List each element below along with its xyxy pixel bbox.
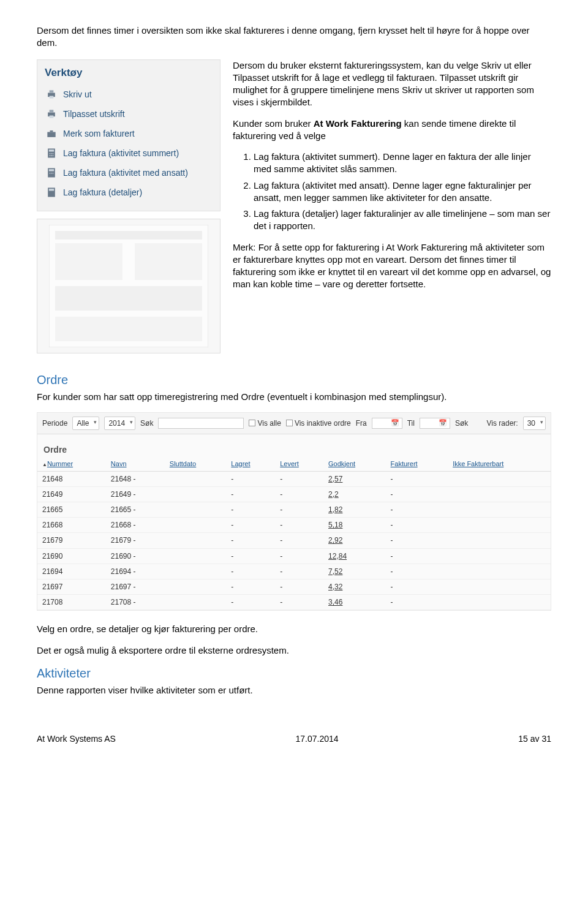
cell-levert: - [275, 579, 323, 594]
cell-navn: 21697 - [106, 579, 165, 594]
cell-fakturert: - [386, 548, 448, 564]
from-date-input[interactable]: 📅 [372, 418, 402, 429]
svg-rect-1 [50, 91, 54, 93]
svg-point-12 [53, 153, 54, 154]
tool-invoice-details[interactable]: Lag faktura (detaljer) [45, 183, 213, 202]
cell-fakturert: - [386, 486, 448, 502]
footer-center: 17.07.2014 [296, 733, 339, 745]
cell-ikke-fakturerbart [448, 579, 551, 594]
table-row[interactable]: 2170821708 ---3,46- [37, 595, 551, 610]
cell-nummer: 21665 [37, 502, 106, 517]
table-row[interactable]: 2164821648 ---2,57- [37, 471, 551, 486]
table-row[interactable]: 2166821668 ---5,18- [37, 518, 551, 533]
ordre-after-2: Det er også mulig å eksportere ordre til… [37, 644, 551, 657]
calculator-icon [45, 167, 58, 179]
col-godkjent[interactable]: Godkjent [323, 457, 386, 471]
list-item: Lag faktura (aktivitet summert). Denne l… [254, 151, 551, 176]
briefcase-icon [45, 127, 58, 140]
cell-ikke-fakturerbart [448, 564, 551, 579]
tool-invoice-employee[interactable]: Lag faktura (aktivitet med ansatt) [45, 163, 213, 183]
cell-nummer: 21694 [37, 564, 106, 579]
ordre-panel: Periode Alle 2014 Søk Vis alle Vis inakt… [37, 412, 551, 611]
periode-select[interactable]: Alle [72, 417, 99, 430]
svg-point-13 [50, 156, 51, 157]
show-all-checkbox[interactable]: Vis alle [249, 418, 281, 428]
cell-ikke-fakturerbart [448, 471, 551, 486]
footer-left: At Work Systems AS [37, 733, 116, 745]
table-row[interactable]: 2169721697 ---4,32- [37, 579, 551, 594]
cell-sluttdato [165, 502, 227, 517]
cell-fakturert: - [386, 564, 448, 579]
tool-mark-invoiced[interactable]: Merk som fakturert [45, 124, 213, 143]
list-item: Lag faktura (aktivitet med ansatt). Denn… [254, 179, 551, 205]
cell-lagret: - [226, 579, 275, 594]
cell-navn: 21665 - [106, 502, 165, 517]
cell-levert: - [275, 471, 323, 486]
paragraph-atwork-lead: Kunder som bruker At Work Fakturering ka… [233, 118, 551, 143]
svg-point-18 [50, 173, 51, 174]
cell-nummer: 21690 [37, 548, 106, 564]
svg-rect-9 [49, 150, 54, 152]
table-row[interactable]: 2169021690 ---12,84- [37, 548, 551, 564]
col-sluttdato[interactable]: Sluttdato [165, 457, 227, 471]
tool-invoice-summed[interactable]: Lag faktura (aktivitet summert) [45, 143, 213, 163]
cell-levert: - [275, 595, 323, 610]
search-input[interactable] [158, 418, 244, 429]
table-header-row: Nummer Navn Sluttdato Lagret Levert Godk… [37, 457, 551, 471]
table-row[interactable]: 2166521665 ---1,82- [37, 502, 551, 517]
cell-navn: 21708 - [106, 595, 165, 610]
cell-godkjent: 12,84 [323, 548, 386, 564]
col-lagret[interactable]: Lagret [226, 457, 275, 471]
til-label: Til [407, 418, 415, 428]
svg-rect-25 [55, 243, 123, 280]
cell-godkjent: 4,32 [323, 579, 386, 594]
col-fakturert[interactable]: Fakturert [386, 457, 448, 471]
cell-fakturert: - [386, 595, 448, 610]
show-inactive-checkbox[interactable]: Vis inaktive ordre [286, 418, 351, 428]
table-row[interactable]: 2167921679 ---2,92- [37, 533, 551, 548]
cell-nummer: 21697 [37, 579, 106, 594]
sok-button[interactable]: Søk [455, 418, 468, 428]
cell-godkjent: 3,46 [323, 595, 386, 610]
cell-sluttdato [165, 486, 227, 502]
cell-navn: 21690 - [106, 548, 165, 564]
ordre-table-title: Ordre [37, 440, 551, 457]
col-navn[interactable]: Navn [106, 457, 165, 471]
cell-godkjent: 5,18 [323, 518, 386, 533]
cell-lagret: - [226, 564, 275, 579]
cell-nummer: 21649 [37, 486, 106, 502]
visrader-select[interactable]: 30 [523, 417, 546, 430]
cell-godkjent: 7,52 [323, 564, 386, 579]
cell-sluttdato [165, 564, 227, 579]
printer-icon [45, 88, 58, 100]
checkbox-label: Vis alle [257, 418, 281, 428]
visrader-label: Vis rader: [487, 418, 518, 428]
cell-ikke-fakturerbart [448, 595, 551, 610]
cell-godkjent: 1,82 [323, 502, 386, 517]
cell-ikke-fakturerbart [448, 548, 551, 564]
to-date-input[interactable]: 📅 [420, 418, 450, 429]
tool-print[interactable]: Skriv ut [45, 85, 213, 104]
col-ikke-fakturerbart[interactable]: Ikke Fakturerbart [448, 457, 551, 471]
ordre-after-1: Velg en ordre, se detaljer og kjør faktu… [37, 623, 551, 635]
col-levert[interactable]: Levert [275, 457, 323, 471]
cell-godkjent: 2,57 [323, 471, 386, 486]
svg-rect-26 [135, 243, 202, 280]
calendar-icon: 📅 [439, 418, 447, 428]
cell-nummer: 21668 [37, 518, 106, 533]
ordre-table: Nummer Navn Sluttdato Lagret Levert Godk… [37, 457, 551, 611]
table-row[interactable]: 2169421694 ---7,52- [37, 564, 551, 579]
cell-levert: - [275, 548, 323, 564]
tool-label: Skriv ut [63, 89, 92, 100]
checkbox-label: Vis inaktive ordre [295, 418, 351, 428]
year-select[interactable]: 2014 [104, 417, 135, 430]
col-nummer[interactable]: Nummer [37, 457, 106, 471]
cell-navn: 21649 - [106, 486, 165, 502]
table-row[interactable]: 2164921649 ---2,2- [37, 486, 551, 502]
tools-panel: Verktøy Skriv ut Tilpasset utskrift Merk… [37, 59, 221, 212]
tool-label: Lag faktura (aktivitet summert) [63, 148, 179, 159]
tool-custom-print[interactable]: Tilpasset utskrift [45, 104, 213, 124]
product-name: At Work Fakturering [314, 118, 402, 129]
cell-ikke-fakturerbart [448, 533, 551, 548]
svg-point-20 [53, 173, 54, 174]
